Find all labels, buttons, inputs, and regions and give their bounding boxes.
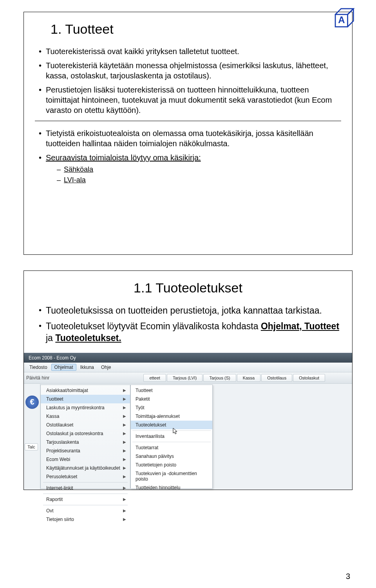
submenu-item[interactable]: Inventaarilista xyxy=(131,432,212,441)
menu-item[interactable]: Tarjouslaskenta▶ xyxy=(41,438,130,446)
menu-separator xyxy=(132,430,211,431)
link-line: Seuraavista toimialoista löytyy oma käsi… xyxy=(46,153,201,162)
menu-item[interactable]: Ostotilaukset▶ xyxy=(41,421,130,429)
app-body: € Talc Asiakkaat/toimittajat▶Tuotteet▶La… xyxy=(24,384,352,490)
submenu-item[interactable]: Työt xyxy=(131,403,212,412)
menu-separator xyxy=(43,494,128,494)
bullet: Seuraavista toimialoista löytyy oma käsi… xyxy=(39,152,341,185)
bullet: Tuoteoletukset löytyvät Ecomin ylävaliko… xyxy=(39,321,341,344)
logo-icon: A xyxy=(331,4,360,33)
menubar: Tiedosto Ohjelmat Ikkuna Ohje xyxy=(24,363,352,372)
sub-item: Sähköala xyxy=(57,165,341,174)
bullet: Tuoteoletuksissa on tuotteiden perustiet… xyxy=(39,305,341,317)
divider xyxy=(35,121,341,121)
menu-item[interactable]: Ovt▶ xyxy=(41,506,130,515)
tal-button[interactable]: Talc xyxy=(25,443,38,450)
bullet: Tietyistä erikoistuotealoista on olemass… xyxy=(39,128,341,149)
submenu-item[interactable]: Tuotetietojen poisto xyxy=(131,461,212,469)
link: Ohjelmat, Tuotteet xyxy=(261,321,339,331)
menu-tiedosto[interactable]: Tiedosto xyxy=(26,364,51,371)
menu-item[interactable]: Käyttäjätunnukset ja käyttöoikeudet▶ xyxy=(41,464,130,472)
menu-ohjelmat[interactable]: Ohjelmat xyxy=(51,364,76,371)
slide-2-bullets: Tuoteoletuksissa on tuotteiden perustiet… xyxy=(39,305,341,344)
link: Tuoteoletukset. xyxy=(55,333,121,343)
app-screenshot: Ecom 2008 - Ecom Oy Tiedosto Ohjelmat Ik… xyxy=(24,353,352,490)
submenu-item[interactable]: Tuoteoletukset xyxy=(131,421,212,429)
menu-item[interactable]: Laskutus ja myyntireskontra▶ xyxy=(41,403,130,412)
menu-item[interactable]: Kassa▶ xyxy=(41,412,130,421)
menu-item[interactable]: Asiakkaat/toimittajat▶ xyxy=(41,386,130,395)
submenu-item[interactable]: Sanahaun päivitys xyxy=(131,452,212,461)
submenu-item[interactable]: Paketit xyxy=(131,395,212,403)
toolbar: Päivitä hinr etteet Tarjous (LVI) Tarjou… xyxy=(24,372,352,384)
slide-1-title: 1. Tuotteet xyxy=(51,22,341,37)
slide-2: 1.1 Tuoteoletukset Tuoteoletuksissa on t… xyxy=(24,270,352,490)
menu-item[interactable]: Ostolaskut ja ostoreskontra▶ xyxy=(41,429,130,438)
toolbar-button[interactable]: etteet xyxy=(143,374,166,382)
slide-2-title: 1.1 Tuoteoletukset xyxy=(35,280,341,296)
toolbar-label: Päivitä hinr xyxy=(26,375,52,381)
menu-separator xyxy=(132,442,211,442)
toolbar-button[interactable]: Tarjous (S) xyxy=(203,374,236,382)
text: ja xyxy=(46,333,55,343)
submenu-item[interactable]: Tuotekuvien ja -dokumenttien poisto xyxy=(131,469,212,483)
window-titlebar: Ecom 2008 - Ecom Oy xyxy=(24,353,352,363)
menu-item[interactable]: Internet-linkit▶ xyxy=(41,484,130,492)
svg-text:A: A xyxy=(338,15,345,25)
menu-separator xyxy=(43,482,128,483)
menu-item[interactable]: Tietojen siirto▶ xyxy=(41,515,130,524)
menu-item[interactable]: Raportit▶ xyxy=(41,495,130,504)
submenu-item[interactable]: Tuotetarrat xyxy=(131,443,212,452)
slide-1-bullets: Tuoterekisterissä ovat kaikki yrityksen … xyxy=(39,46,341,115)
menu-item[interactable]: Ecom Webi▶ xyxy=(41,455,130,464)
menu-separator xyxy=(43,505,128,505)
submenu-item[interactable]: Tuotteiden hinnoittelu xyxy=(131,483,212,492)
toolbar-button[interactable]: Tarjous (LVI) xyxy=(167,374,203,382)
left-column: € Talc xyxy=(24,384,40,490)
slide-1: A 1. Tuotteet Tuoterekisterissä ovat kai… xyxy=(24,12,352,255)
menu-item[interactable]: Projektiseuranta▶ xyxy=(41,446,130,455)
submenu-item[interactable]: Toimittaja-alennukset xyxy=(131,412,212,421)
menu-ohje[interactable]: Ohje xyxy=(98,364,114,371)
bullet: Perustietojen lisäksi tuoterekisterissä … xyxy=(39,85,341,115)
bullet: Tuoterekisteriä käytetään monessa ohjelm… xyxy=(39,60,341,81)
toolbar-button[interactable]: Ostolaskut xyxy=(293,374,325,382)
sub-item: LVI-ala xyxy=(57,176,341,185)
submenu: TuotteetPaketitTyötToimittaja-alennukset… xyxy=(130,385,213,489)
page-number: 3 xyxy=(346,572,350,581)
euro-icon: € xyxy=(25,396,39,409)
menu-item[interactable]: Tuotteet▶ xyxy=(41,395,130,403)
submenu-item[interactable]: Tuotteet xyxy=(131,386,212,395)
main-dropdown: Asiakkaat/toimittajat▶Tuotteet▶Laskutus … xyxy=(40,385,130,489)
text: Tuoteoletukset löytyvät Ecomin ylävaliko… xyxy=(46,321,261,331)
menu-ikkuna[interactable]: Ikkuna xyxy=(77,364,97,371)
cursor-icon xyxy=(173,428,178,435)
bullet: Tuoterekisterissä ovat kaikki yrityksen … xyxy=(39,46,341,56)
slide-1-bullets-2: Tietyistä erikoistuotealoista on olemass… xyxy=(39,128,341,185)
toolbar-button[interactable]: Ostotilaus xyxy=(261,374,292,382)
menu-item[interactable]: Perusoletukset▶ xyxy=(41,472,130,481)
sublist: Sähköala LVI-ala xyxy=(57,165,341,185)
toolbar-button[interactable]: Kassa xyxy=(237,374,261,382)
